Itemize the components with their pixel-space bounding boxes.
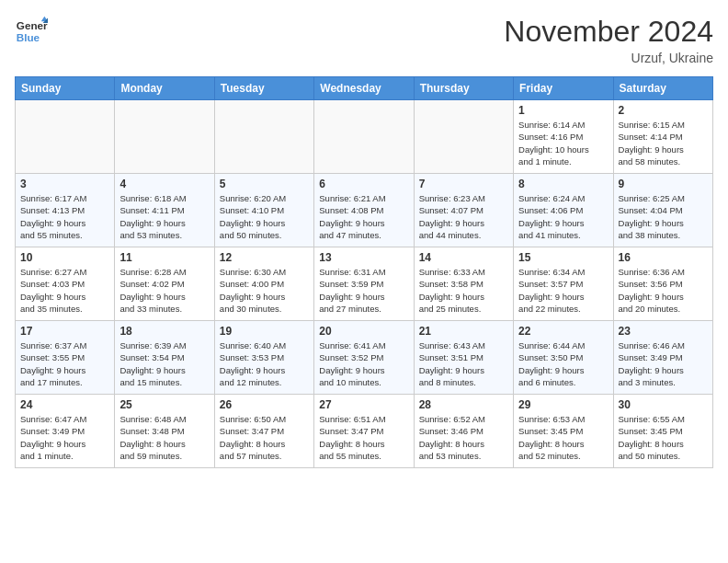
week-row-3: 10Sunrise: 6:27 AM Sunset: 4:03 PM Dayli… xyxy=(16,247,713,321)
day-number: 11 xyxy=(119,251,209,264)
weekday-header-thursday: Thursday xyxy=(414,77,513,100)
day-number: 23 xyxy=(619,325,708,338)
day-number: 1 xyxy=(518,104,608,117)
week-row-2: 3Sunrise: 6:17 AM Sunset: 4:13 PM Daylig… xyxy=(16,174,713,247)
weekday-header-wednesday: Wednesday xyxy=(314,77,414,100)
day-info: Sunrise: 6:34 AM Sunset: 3:57 PM Dayligh… xyxy=(518,266,608,315)
day-number: 24 xyxy=(20,398,109,411)
day-info: Sunrise: 6:44 AM Sunset: 3:50 PM Dayligh… xyxy=(518,339,608,388)
calendar-cell: 3Sunrise: 6:17 AM Sunset: 4:13 PM Daylig… xyxy=(16,174,115,247)
day-number: 3 xyxy=(20,178,109,190)
day-number: 15 xyxy=(518,251,608,264)
day-info: Sunrise: 6:39 AM Sunset: 3:54 PM Dayligh… xyxy=(119,339,209,388)
calendar-cell: 23Sunrise: 6:46 AM Sunset: 3:49 PM Dayli… xyxy=(613,321,712,395)
calendar-cell: 9Sunrise: 6:25 AM Sunset: 4:04 PM Daylig… xyxy=(613,174,712,247)
day-number: 12 xyxy=(220,251,309,264)
calendar-cell: 19Sunrise: 6:40 AM Sunset: 3:53 PM Dayli… xyxy=(214,321,313,395)
day-info: Sunrise: 6:30 AM Sunset: 4:00 PM Dayligh… xyxy=(220,266,309,315)
calendar-cell: 18Sunrise: 6:39 AM Sunset: 3:54 PM Dayli… xyxy=(115,321,214,395)
day-number: 19 xyxy=(220,325,309,338)
weekday-header-monday: Monday xyxy=(115,77,214,100)
day-info: Sunrise: 6:37 AM Sunset: 3:55 PM Dayligh… xyxy=(20,339,109,388)
day-info: Sunrise: 6:55 AM Sunset: 3:45 PM Dayligh… xyxy=(619,413,708,462)
day-number: 13 xyxy=(319,251,408,264)
calendar-cell xyxy=(214,100,313,174)
calendar-cell xyxy=(16,100,115,174)
calendar-cell: 27Sunrise: 6:51 AM Sunset: 3:47 PM Dayli… xyxy=(314,395,414,468)
day-number: 10 xyxy=(20,251,109,264)
week-row-1: 1Sunrise: 6:14 AM Sunset: 4:16 PM Daylig… xyxy=(16,100,713,174)
day-number: 14 xyxy=(419,251,508,264)
calendar-cell: 7Sunrise: 6:23 AM Sunset: 4:07 PM Daylig… xyxy=(414,174,513,247)
calendar-cell: 13Sunrise: 6:31 AM Sunset: 3:59 PM Dayli… xyxy=(314,247,414,321)
calendar-cell: 25Sunrise: 6:48 AM Sunset: 3:48 PM Dayli… xyxy=(115,395,214,468)
day-number: 28 xyxy=(419,398,508,411)
day-number: 2 xyxy=(619,104,708,117)
week-row-5: 24Sunrise: 6:47 AM Sunset: 3:49 PM Dayli… xyxy=(16,395,713,468)
day-info: Sunrise: 6:27 AM Sunset: 4:03 PM Dayligh… xyxy=(20,266,109,315)
calendar-cell: 16Sunrise: 6:36 AM Sunset: 3:56 PM Dayli… xyxy=(613,247,712,321)
calendar-cell: 29Sunrise: 6:53 AM Sunset: 3:45 PM Dayli… xyxy=(514,395,613,468)
day-info: Sunrise: 6:24 AM Sunset: 4:06 PM Dayligh… xyxy=(518,192,608,241)
week-row-4: 17Sunrise: 6:37 AM Sunset: 3:55 PM Dayli… xyxy=(16,321,713,395)
day-info: Sunrise: 6:43 AM Sunset: 3:51 PM Dayligh… xyxy=(419,339,508,388)
location: Urzuf, Ukraine xyxy=(504,51,713,65)
svg-text:Blue: Blue xyxy=(17,31,40,43)
calendar-cell: 21Sunrise: 6:43 AM Sunset: 3:51 PM Dayli… xyxy=(414,321,513,395)
day-info: Sunrise: 6:48 AM Sunset: 3:48 PM Dayligh… xyxy=(119,413,209,462)
day-number: 4 xyxy=(119,178,209,190)
calendar-cell: 6Sunrise: 6:21 AM Sunset: 4:08 PM Daylig… xyxy=(314,174,414,247)
calendar-cell xyxy=(414,100,513,174)
day-number: 16 xyxy=(619,251,708,264)
calendar-cell: 5Sunrise: 6:20 AM Sunset: 4:10 PM Daylig… xyxy=(214,174,313,247)
day-number: 7 xyxy=(419,178,508,190)
day-number: 20 xyxy=(319,325,408,338)
calendar-cell: 26Sunrise: 6:50 AM Sunset: 3:47 PM Dayli… xyxy=(214,395,313,468)
weekday-header-friday: Friday xyxy=(514,77,613,100)
day-number: 9 xyxy=(619,178,708,190)
calendar-cell: 24Sunrise: 6:47 AM Sunset: 3:49 PM Dayli… xyxy=(16,395,115,468)
day-number: 25 xyxy=(119,398,209,411)
calendar-header-row: SundayMondayTuesdayWednesdayThursdayFrid… xyxy=(16,77,713,100)
day-info: Sunrise: 6:40 AM Sunset: 3:53 PM Dayligh… xyxy=(220,339,309,388)
day-info: Sunrise: 6:46 AM Sunset: 3:49 PM Dayligh… xyxy=(619,339,708,388)
calendar-cell: 15Sunrise: 6:34 AM Sunset: 3:57 PM Dayli… xyxy=(514,247,613,321)
calendar-cell: 8Sunrise: 6:24 AM Sunset: 4:06 PM Daylig… xyxy=(514,174,613,247)
day-info: Sunrise: 6:15 AM Sunset: 4:14 PM Dayligh… xyxy=(619,119,708,167)
weekday-header-sunday: Sunday xyxy=(16,77,115,100)
day-info: Sunrise: 6:31 AM Sunset: 3:59 PM Dayligh… xyxy=(319,266,408,315)
month-title: November 2024 xyxy=(504,15,713,49)
calendar-cell xyxy=(115,100,214,174)
day-info: Sunrise: 6:18 AM Sunset: 4:11 PM Dayligh… xyxy=(119,192,209,241)
calendar-cell xyxy=(314,100,414,174)
day-info: Sunrise: 6:50 AM Sunset: 3:47 PM Dayligh… xyxy=(220,413,309,462)
calendar-cell: 10Sunrise: 6:27 AM Sunset: 4:03 PM Dayli… xyxy=(16,247,115,321)
day-number: 18 xyxy=(119,325,209,338)
calendar-cell: 4Sunrise: 6:18 AM Sunset: 4:11 PM Daylig… xyxy=(115,174,214,247)
day-number: 6 xyxy=(319,178,408,190)
day-number: 8 xyxy=(518,178,608,190)
calendar-cell: 1Sunrise: 6:14 AM Sunset: 4:16 PM Daylig… xyxy=(514,100,613,174)
title-block: November 2024 Urzuf, Ukraine xyxy=(504,15,713,65)
day-number: 30 xyxy=(619,398,708,411)
day-info: Sunrise: 6:23 AM Sunset: 4:07 PM Dayligh… xyxy=(419,192,508,241)
day-info: Sunrise: 6:33 AM Sunset: 3:58 PM Dayligh… xyxy=(419,266,508,315)
day-info: Sunrise: 6:36 AM Sunset: 3:56 PM Dayligh… xyxy=(619,266,708,315)
calendar-cell: 22Sunrise: 6:44 AM Sunset: 3:50 PM Dayli… xyxy=(514,321,613,395)
day-number: 22 xyxy=(518,325,608,338)
calendar-cell: 28Sunrise: 6:52 AM Sunset: 3:46 PM Dayli… xyxy=(414,395,513,468)
logo: General Blue xyxy=(15,15,48,48)
day-number: 27 xyxy=(319,398,408,411)
weekday-header-saturday: Saturday xyxy=(613,77,712,100)
calendar-cell: 11Sunrise: 6:28 AM Sunset: 4:02 PM Dayli… xyxy=(115,247,214,321)
day-info: Sunrise: 6:28 AM Sunset: 4:02 PM Dayligh… xyxy=(119,266,209,315)
calendar-cell: 2Sunrise: 6:15 AM Sunset: 4:14 PM Daylig… xyxy=(613,100,712,174)
day-number: 5 xyxy=(220,178,309,190)
day-number: 26 xyxy=(220,398,309,411)
weekday-header-tuesday: Tuesday xyxy=(214,77,313,100)
logo-icon: General Blue xyxy=(15,15,48,48)
page-header: General Blue November 2024 Urzuf, Ukrain… xyxy=(15,15,713,65)
day-number: 21 xyxy=(419,325,508,338)
calendar-cell: 30Sunrise: 6:55 AM Sunset: 3:45 PM Dayli… xyxy=(613,395,712,468)
day-number: 17 xyxy=(20,325,109,338)
